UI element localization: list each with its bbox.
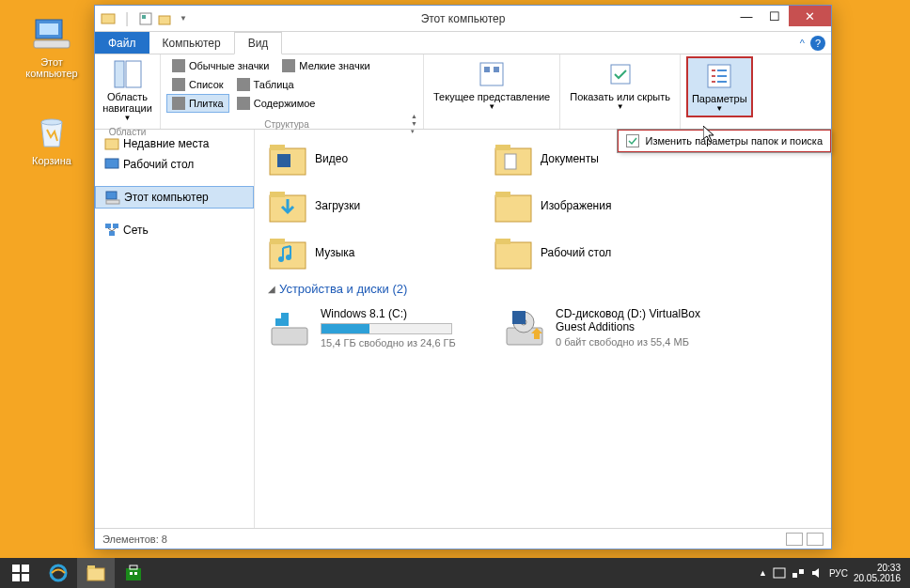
- show-hide-button[interactable]: Показать или скрыть ▼: [566, 56, 674, 114]
- svg-rect-50: [87, 568, 104, 580]
- nav-pane-button[interactable]: Область навигации ▼: [101, 56, 154, 125]
- drive-icon: [268, 307, 311, 350]
- svg-rect-10: [480, 63, 503, 85]
- tray-expand-icon[interactable]: ▲: [759, 568, 767, 578]
- svg-point-35: [286, 255, 291, 260]
- folder-pictures[interactable]: Изображения: [490, 182, 715, 229]
- ribbon: Область навигации ▼ Области Обычные знач…: [95, 54, 831, 130]
- svg-point-3: [41, 119, 62, 125]
- taskbar-explorer[interactable]: [77, 558, 115, 588]
- computer-icon: [105, 190, 120, 205]
- app-icon: [101, 11, 116, 26]
- qat-properties-icon[interactable]: [138, 11, 153, 26]
- svg-rect-24: [277, 154, 290, 167]
- svg-rect-48: [22, 574, 29, 581]
- svg-rect-46: [22, 565, 29, 572]
- qat-dropdown-icon[interactable]: ▼: [176, 11, 191, 26]
- view-large-icon[interactable]: [807, 533, 824, 546]
- svg-rect-26: [495, 145, 510, 150]
- view-normal-icons[interactable]: Обычные значки: [166, 56, 275, 75]
- tab-view[interactable]: Вид: [234, 32, 283, 54]
- view-expand[interactable]: ▾: [411, 128, 417, 135]
- svg-rect-7: [159, 16, 170, 24]
- options-button[interactable]: Параметры ▼: [686, 56, 753, 117]
- options-dropdown[interactable]: Изменить параметры папок и поиска: [618, 130, 831, 152]
- tray-volume-icon[interactable]: [810, 566, 824, 580]
- sidebar-item-computer[interactable]: Этот компьютер: [95, 186, 254, 209]
- svg-rect-38: [272, 328, 307, 345]
- folder-desktop[interactable]: Рабочий стол: [490, 229, 715, 276]
- desktop-icon-trash[interactable]: Корзина: [19, 113, 85, 166]
- svg-rect-6: [142, 15, 146, 19]
- tray-clock[interactable]: 20:33 20.05.2016: [854, 563, 901, 583]
- desktop-icon-computer[interactable]: Этот компьютер: [19, 14, 85, 79]
- folder-music[interactable]: Музыка: [264, 229, 490, 276]
- folder-label: Изображения: [541, 199, 611, 212]
- qat-newfolder-icon[interactable]: [157, 11, 172, 26]
- sidebar: Недавние места Рабочий стол Этот компьют…: [95, 130, 255, 528]
- tiles-icon: [172, 97, 185, 110]
- folder-label: Загрузки: [315, 199, 360, 212]
- tab-computer[interactable]: Компьютер: [149, 32, 234, 54]
- svg-rect-27: [505, 154, 516, 169]
- svg-rect-21: [109, 231, 115, 236]
- tray-lang[interactable]: РУС: [829, 568, 848, 579]
- drive-name: Windows 8.1 (C:): [321, 307, 495, 320]
- folder-videos[interactable]: Видео: [264, 135, 490, 182]
- current-view-button[interactable]: Текущее представление ▼: [430, 56, 554, 114]
- folder-label: Видео: [315, 152, 348, 165]
- sidebar-item-desktop[interactable]: Рабочий стол: [95, 154, 254, 175]
- svg-rect-13: [611, 65, 630, 84]
- svg-rect-11: [484, 67, 490, 72]
- svg-rect-23: [270, 145, 285, 150]
- drive-c[interactable]: Windows 8.1 (C:) 15,4 ГБ свободно из 24,…: [264, 303, 499, 354]
- tray-network-icon[interactable]: [792, 566, 805, 580]
- svg-rect-45: [12, 565, 20, 572]
- tab-file[interactable]: Файл: [95, 32, 149, 54]
- svg-rect-36: [495, 242, 531, 269]
- svg-rect-52: [126, 568, 141, 580]
- tray-action-icon[interactable]: [773, 566, 786, 580]
- section-devices[interactable]: ◢ Устройства и диски (2): [264, 276, 822, 303]
- close-button[interactable]: ✕: [789, 6, 831, 26]
- svg-rect-18: [106, 200, 119, 204]
- minimize-button[interactable]: —: [732, 6, 761, 26]
- view-scroll-down[interactable]: ▼: [411, 120, 417, 127]
- taskbar-store[interactable]: [115, 558, 152, 588]
- ribbon-collapse-icon[interactable]: ^: [800, 38, 805, 49]
- folder-downloads[interactable]: Загрузки: [264, 182, 490, 229]
- drive-d[interactable]: CD-дисковод (D:) VirtualBox Guest Additi…: [499, 303, 734, 354]
- view-content[interactable]: Содержимое: [231, 94, 322, 113]
- desktop-icon-label: Корзина: [19, 155, 85, 166]
- help-icon[interactable]: ?: [810, 36, 825, 51]
- nav-pane-icon: [113, 59, 143, 89]
- svg-rect-58: [799, 569, 804, 574]
- folder-icon: [268, 139, 307, 178]
- view-details-icon[interactable]: [786, 533, 803, 546]
- view-small-icons[interactable]: Мелкие значки: [276, 56, 375, 75]
- folder-label: Рабочий стол: [541, 246, 611, 259]
- view-scroll-up[interactable]: ▲: [411, 113, 417, 119]
- view-tiles[interactable]: Плитка: [166, 94, 229, 113]
- current-view-icon: [477, 59, 507, 89]
- computer-icon: [32, 14, 71, 54]
- svg-rect-40: [275, 313, 281, 318]
- svg-rect-44: [512, 311, 526, 324]
- system-tray: ▲ РУС 20:33 20.05.2016: [759, 563, 908, 583]
- collapse-icon: ◢: [268, 284, 275, 294]
- sidebar-item-recent[interactable]: Недавние места: [95, 133, 254, 154]
- sidebar-item-label: Рабочий стол: [123, 158, 194, 171]
- view-table[interactable]: Таблица: [231, 75, 300, 94]
- svg-rect-54: [130, 572, 133, 575]
- explorer-body: Недавние места Рабочий стол Этот компьют…: [95, 130, 831, 528]
- start-button[interactable]: [2, 558, 39, 588]
- svg-rect-56: [774, 568, 785, 578]
- taskbar-ie[interactable]: [39, 558, 77, 588]
- view-list[interactable]: Список: [166, 75, 229, 94]
- drive-capacity-bar: [321, 323, 452, 334]
- folder-icon: [494, 233, 533, 272]
- sidebar-item-network[interactable]: Сеть: [95, 220, 254, 240]
- maximize-button[interactable]: ☐: [761, 6, 789, 26]
- options-icon: [704, 61, 734, 91]
- options-dropdown-label: Изменить параметры папок и поиска: [645, 135, 823, 147]
